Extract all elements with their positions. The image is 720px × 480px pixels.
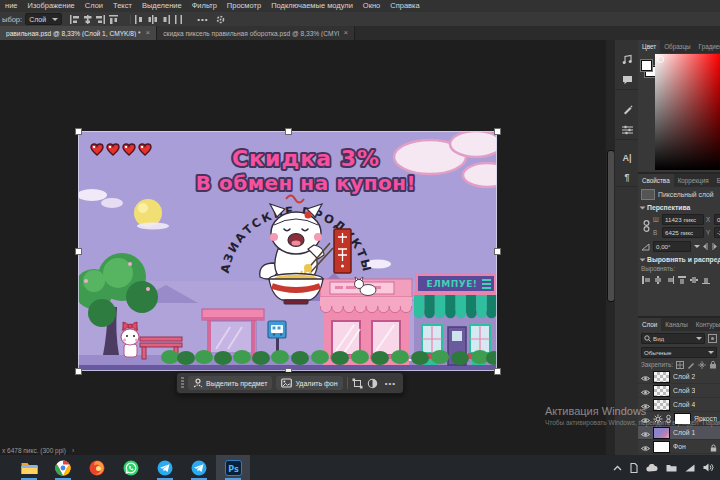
- layers-tab-2[interactable]: Контуры: [692, 318, 720, 331]
- layers-tab-0[interactable]: Слои: [638, 318, 661, 331]
- link-dimensions-icon[interactable]: [641, 219, 651, 233]
- distribute-icons-group[interactable]: [135, 15, 183, 24]
- close-icon[interactable]: ×: [146, 29, 151, 37]
- layer-thumbnail[interactable]: [653, 427, 670, 439]
- color-picker-ring[interactable]: [657, 56, 664, 63]
- pen-icon[interactable]: [622, 104, 633, 115]
- properties-tab-1[interactable]: Коррекция: [674, 174, 713, 187]
- character-panel-icon[interactable]: A|: [622, 154, 631, 163]
- close-icon[interactable]: ×: [344, 29, 349, 37]
- menu-item-2[interactable]: Слои: [80, 0, 108, 12]
- tray-document-icon[interactable]: [630, 463, 638, 473]
- document-canvas[interactable]: Скидка 3% В обмен на купон!: [78, 131, 497, 371]
- layer-thumbnail[interactable]: [653, 385, 670, 397]
- filter-toggle-icon[interactable]: [708, 334, 717, 343]
- taskbar-firefox-icon[interactable]: [80, 455, 114, 480]
- more-options-button[interactable]: •••: [382, 379, 399, 388]
- angle-field[interactable]: 0,00°: [653, 241, 691, 252]
- menu-item-5[interactable]: Фильтр: [187, 0, 222, 12]
- document-tab-1[interactable]: скидка пиксель правильная оборотка.psd @…: [157, 26, 355, 40]
- tray-chevron-up-icon[interactable]: [613, 465, 622, 471]
- align-button-1[interactable]: [654, 276, 662, 284]
- layer-row-Слой 2[interactable]: Слой 2: [638, 370, 720, 384]
- distribute-3-icon[interactable]: [161, 15, 170, 24]
- layer-thumbnail[interactable]: [653, 371, 670, 383]
- y-field[interactable]: -21 п: [714, 227, 720, 238]
- layer-thumbnail[interactable]: [653, 441, 670, 453]
- adjustment-contrast-icon[interactable]: [367, 378, 378, 389]
- status-chevron[interactable]: ›: [72, 447, 74, 454]
- align-button-3[interactable]: [678, 276, 686, 284]
- adjustment-sliders-icon[interactable]: [622, 125, 633, 135]
- drag-handle[interactable]: [181, 377, 184, 389]
- transform-handle-nw[interactable]: [75, 128, 82, 135]
- lock-pixels-icon[interactable]: [687, 361, 695, 369]
- align-button-4[interactable]: [690, 276, 698, 284]
- distribute-4-icon[interactable]: [174, 15, 183, 24]
- taskbar-photoshop-icon[interactable]: Ps: [216, 455, 250, 480]
- menu-item-4[interactable]: Выделение: [137, 0, 187, 12]
- width-field[interactable]: 11423 пикс: [662, 214, 704, 225]
- vertical-scrollbar[interactable]: [606, 40, 614, 455]
- layer-row-Фон[interactable]: Фон: [638, 440, 720, 454]
- layers-tab-1[interactable]: Каналы: [661, 318, 691, 331]
- layer-row-Слой 1[interactable]: Слой 1: [638, 426, 720, 440]
- lock-transparency-icon[interactable]: [676, 361, 684, 369]
- foreground-color-swatch[interactable]: [641, 60, 652, 71]
- color-tab-2[interactable]: Градиенты: [695, 40, 720, 53]
- align-icons-group[interactable]: [70, 15, 118, 24]
- x-field[interactable]: 0 пи: [714, 214, 720, 225]
- align-right-icon[interactable]: [96, 15, 105, 24]
- height-field[interactable]: 6425 пикс: [662, 227, 704, 238]
- align-top-icon[interactable]: [109, 15, 118, 24]
- align-button-2[interactable]: [666, 276, 674, 284]
- color-tab-0[interactable]: Цвет: [638, 40, 660, 53]
- lock-position-icon[interactable]: [698, 361, 706, 369]
- align-section-title[interactable]: Выровнять и распределить: [647, 256, 720, 263]
- color-swatches[interactable]: [641, 60, 655, 78]
- menu-item-7[interactable]: Подключаемые модули: [266, 0, 358, 12]
- menu-item-1[interactable]: Изображение: [23, 0, 80, 12]
- transform-section-title[interactable]: Перспектива: [647, 204, 690, 211]
- align-left-icon[interactable]: [70, 15, 79, 24]
- chevron-down-icon[interactable]: [694, 245, 700, 248]
- tray-folder-icon[interactable]: [666, 464, 677, 472]
- flip-icons[interactable]: [703, 242, 717, 251]
- menu-item-0[interactable]: ние: [0, 0, 23, 12]
- properties-tab-2[interactable]: Библиоте: [713, 174, 720, 187]
- eye-icon[interactable]: [641, 438, 650, 456]
- tray-volume-icon[interactable]: [703, 463, 714, 472]
- transform-handle-n[interactable]: [285, 128, 292, 135]
- paragraph-panel-icon[interactable]: ¶: [624, 173, 629, 182]
- layer-filter-dropdown[interactable]: Вид: [641, 333, 705, 344]
- layer-row-Яркость/Конт[interactable]: Яркость/Конт: [638, 412, 720, 426]
- layer-row-Слой 4[interactable]: Слой 4: [638, 398, 720, 412]
- tray-cloud-icon[interactable]: [646, 464, 658, 472]
- section-chevron-icon[interactable]: [640, 206, 646, 209]
- properties-tab-0[interactable]: Свойства: [638, 174, 674, 187]
- menu-item-9[interactable]: Справка: [385, 0, 424, 12]
- transform-handle-e[interactable]: [494, 248, 501, 255]
- layer-mask-thumbnail[interactable]: [674, 413, 691, 425]
- layer-row-Слой 3[interactable]: Слой 3: [638, 384, 720, 398]
- align-button-0[interactable]: [642, 276, 650, 284]
- options-more-button[interactable]: •••: [197, 15, 208, 24]
- distribute-2-icon[interactable]: [148, 15, 157, 24]
- remove-background-button[interactable]: Удалить фон: [276, 376, 342, 390]
- blend-mode-dropdown[interactable]: Обычные: [641, 347, 717, 358]
- notes-icon[interactable]: [622, 54, 633, 65]
- tray-network-icon[interactable]: [685, 464, 695, 472]
- align-center-icon[interactable]: [83, 15, 92, 24]
- autoselect-target-dropdown[interactable]: Слой: [25, 13, 62, 25]
- transform-handle-se[interactable]: [494, 368, 501, 375]
- transform-icon[interactable]: [352, 378, 363, 389]
- select-subject-button[interactable]: Выделить предмет: [188, 376, 272, 390]
- taskbar-telegram-2-icon[interactable]: [182, 455, 216, 480]
- taskbar-explorer-icon[interactable]: [12, 455, 46, 480]
- taskbar-telegram-icon[interactable]: [148, 455, 182, 480]
- taskbar-chrome-icon[interactable]: [46, 455, 80, 480]
- comments-icon[interactable]: [622, 75, 633, 85]
- color-tab-1[interactable]: Образцы: [660, 40, 694, 53]
- transform-handle-w[interactable]: [75, 248, 82, 255]
- menu-item-6[interactable]: Просмотр: [222, 0, 266, 12]
